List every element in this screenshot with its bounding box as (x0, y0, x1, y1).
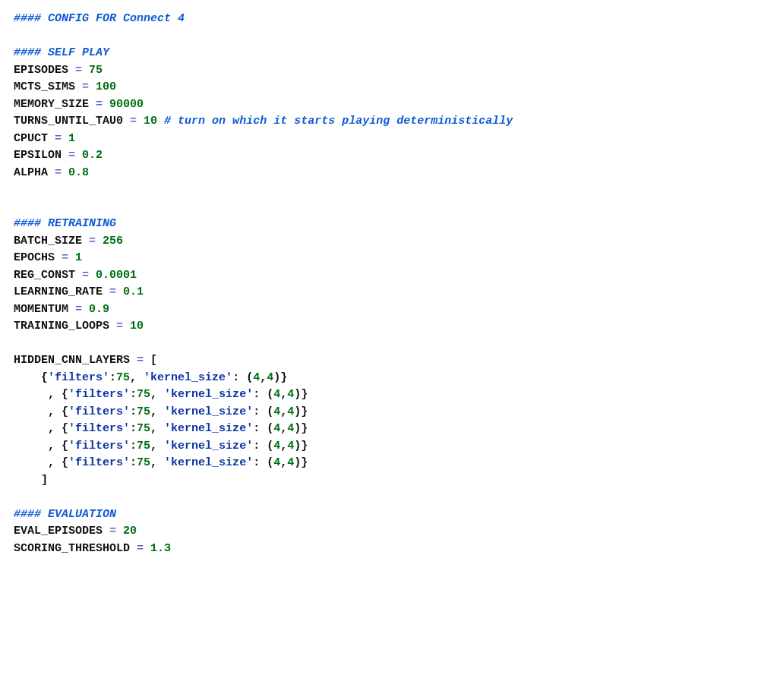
code-line: MCTS_SIMS = 100 (14, 79, 744, 96)
code-line: TRAINING_LOOPS = 10 (14, 318, 744, 336)
blank-line (14, 28, 744, 46)
code-line: CPUCT = 1 (14, 131, 744, 148)
code-line: , {'filters':75, 'kernel_size': (4,4)} (14, 438, 744, 456)
code-line: EVAL_EPISODES = 20 (14, 523, 744, 541)
code-block: #### CONFIG FOR Connect 4#### SELF PLAYE… (14, 11, 744, 557)
code-line: , {'filters':75, 'kernel_size': (4,4)} (14, 404, 744, 421)
code-line: , {'filters':75, 'kernel_size': (4,4)} (14, 421, 744, 438)
code-line: SCORING_THRESHOLD = 1.3 (14, 541, 744, 558)
blank-line (14, 199, 744, 216)
blank-line (14, 336, 744, 353)
code-line: #### EVALUATION (14, 506, 744, 524)
code-line: EPISODES = 75 (14, 62, 744, 80)
code-line: TURNS_UNTIL_TAU0 = 10 # turn on which it… (14, 113, 744, 131)
code-line: HIDDEN_CNN_LAYERS = [ (14, 352, 744, 370)
code-line: #### CONFIG FOR Connect 4 (14, 11, 744, 28)
code-line: MOMENTUM = 0.9 (14, 301, 744, 319)
code-line: , {'filters':75, 'kernel_size': (4,4)} (14, 386, 744, 404)
code-line: LEARNING_RATE = 0.1 (14, 284, 744, 301)
code-line: , {'filters':75, 'kernel_size': (4,4)} (14, 455, 744, 472)
code-line: EPOCHS = 1 (14, 250, 744, 267)
code-line: {'filters':75, 'kernel_size': (4,4)} (14, 370, 744, 387)
code-line: EPSILON = 0.2 (14, 147, 744, 165)
code-line: #### SELF PLAY (14, 45, 744, 62)
code-line: BATCH_SIZE = 256 (14, 233, 744, 251)
blank-line (14, 181, 744, 199)
code-line: MEMORY_SIZE = 90000 (14, 96, 744, 114)
code-line: ] (14, 472, 744, 490)
blank-line (14, 489, 744, 506)
code-line: REG_CONST = 0.0001 (14, 267, 744, 285)
code-line: #### RETRAINING (14, 216, 744, 233)
code-line: ALPHA = 0.8 (14, 165, 744, 182)
